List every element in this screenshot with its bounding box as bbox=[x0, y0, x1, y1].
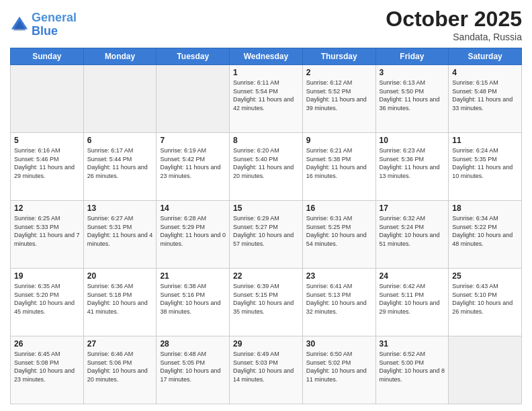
day-number: 11 bbox=[452, 136, 518, 145]
calendar-cell: 19Sunrise: 6:35 AMSunset: 5:20 PMDayligh… bbox=[11, 269, 84, 336]
calendar-week-row: 26Sunrise: 6:45 AMSunset: 5:08 PMDayligh… bbox=[11, 336, 522, 404]
calendar-cell: 1Sunrise: 6:11 AMSunset: 5:54 PMDaylight… bbox=[230, 65, 303, 133]
location-subtitle: Sandata, Russia bbox=[386, 32, 522, 42]
day-number: 4 bbox=[452, 68, 518, 77]
weekday-header-wednesday: Wednesday bbox=[230, 48, 303, 65]
day-number: 24 bbox=[380, 271, 445, 281]
day-number: 15 bbox=[233, 203, 299, 213]
calendar-cell: 7Sunrise: 6:19 AMSunset: 5:42 PMDaylight… bbox=[157, 133, 230, 201]
day-number: 10 bbox=[380, 136, 445, 145]
day-info: Sunrise: 6:16 AMSunset: 5:46 PMDaylight:… bbox=[14, 146, 80, 180]
calendar-cell: 24Sunrise: 6:42 AMSunset: 5:11 PMDayligh… bbox=[375, 269, 449, 336]
day-number: 14 bbox=[160, 203, 226, 213]
day-info: Sunrise: 6:48 AMSunset: 5:05 PMDaylight:… bbox=[160, 350, 226, 383]
day-number: 6 bbox=[87, 136, 153, 145]
day-number: 19 bbox=[14, 271, 80, 281]
day-number: 28 bbox=[160, 339, 226, 349]
day-info: Sunrise: 6:19 AMSunset: 5:42 PMDaylight:… bbox=[160, 146, 226, 180]
day-number: 7 bbox=[160, 136, 226, 145]
day-info: Sunrise: 6:34 AMSunset: 5:22 PMDaylight:… bbox=[452, 214, 518, 248]
title-block: October 2025 Sandata, Russia bbox=[386, 7, 522, 42]
day-number: 12 bbox=[14, 203, 80, 213]
calendar-cell: 25Sunrise: 6:43 AMSunset: 5:10 PMDayligh… bbox=[449, 269, 522, 336]
calendar-cell: 5Sunrise: 6:16 AMSunset: 5:46 PMDaylight… bbox=[11, 133, 84, 201]
weekday-header-tuesday: Tuesday bbox=[157, 48, 230, 65]
page: General Blue October 2025 Sandata, Russi… bbox=[0, 0, 532, 411]
day-info: Sunrise: 6:38 AMSunset: 5:16 PMDaylight:… bbox=[160, 282, 226, 316]
logo-text: General Blue bbox=[32, 11, 77, 38]
day-number: 27 bbox=[87, 339, 153, 349]
calendar-cell: 2Sunrise: 6:12 AMSunset: 5:52 PMDaylight… bbox=[302, 65, 375, 133]
calendar-cell: 16Sunrise: 6:31 AMSunset: 5:25 PMDayligh… bbox=[302, 201, 375, 269]
calendar-cell: 30Sunrise: 6:50 AMSunset: 5:02 PMDayligh… bbox=[302, 336, 375, 404]
calendar-cell: 14Sunrise: 6:28 AMSunset: 5:29 PMDayligh… bbox=[157, 201, 230, 269]
day-info: Sunrise: 6:36 AMSunset: 5:18 PMDaylight:… bbox=[87, 282, 153, 316]
calendar-week-row: 19Sunrise: 6:35 AMSunset: 5:20 PMDayligh… bbox=[11, 269, 522, 336]
logo-icon bbox=[10, 15, 29, 34]
day-info: Sunrise: 6:49 AMSunset: 5:03 PMDaylight:… bbox=[233, 350, 299, 383]
calendar-cell bbox=[157, 65, 230, 133]
calendar-cell: 3Sunrise: 6:13 AMSunset: 5:50 PMDaylight… bbox=[375, 65, 449, 133]
day-number: 13 bbox=[87, 203, 153, 213]
weekday-header-thursday: Thursday bbox=[302, 48, 375, 65]
calendar-week-row: 1Sunrise: 6:11 AMSunset: 5:54 PMDaylight… bbox=[11, 65, 522, 133]
day-info: Sunrise: 6:21 AMSunset: 5:38 PMDaylight:… bbox=[306, 146, 372, 180]
day-info: Sunrise: 6:17 AMSunset: 5:44 PMDaylight:… bbox=[87, 146, 153, 180]
calendar-cell: 28Sunrise: 6:48 AMSunset: 5:05 PMDayligh… bbox=[157, 336, 230, 404]
calendar-table: SundayMondayTuesdayWednesdayThursdayFrid… bbox=[10, 48, 522, 404]
calendar-cell: 31Sunrise: 6:52 AMSunset: 5:00 PMDayligh… bbox=[375, 336, 449, 404]
day-info: Sunrise: 6:35 AMSunset: 5:20 PMDaylight:… bbox=[14, 282, 80, 316]
day-info: Sunrise: 6:46 AMSunset: 5:06 PMDaylight:… bbox=[87, 350, 153, 383]
day-number: 22 bbox=[233, 271, 299, 281]
calendar-cell: 6Sunrise: 6:17 AMSunset: 5:44 PMDaylight… bbox=[83, 133, 157, 201]
day-info: Sunrise: 6:12 AMSunset: 5:52 PMDaylight:… bbox=[306, 79, 372, 112]
day-number: 18 bbox=[452, 203, 518, 213]
day-info: Sunrise: 6:43 AMSunset: 5:10 PMDaylight:… bbox=[452, 282, 518, 316]
day-info: Sunrise: 6:45 AMSunset: 5:08 PMDaylight:… bbox=[14, 350, 80, 383]
day-number: 16 bbox=[306, 203, 372, 213]
day-number: 30 bbox=[306, 339, 372, 349]
day-number: 25 bbox=[452, 271, 518, 281]
day-info: Sunrise: 6:25 AMSunset: 5:33 PMDaylight:… bbox=[14, 214, 80, 248]
day-number: 23 bbox=[306, 271, 372, 281]
calendar-cell: 15Sunrise: 6:29 AMSunset: 5:27 PMDayligh… bbox=[230, 201, 303, 269]
header: General Blue October 2025 Sandata, Russi… bbox=[10, 7, 522, 42]
calendar-cell: 4Sunrise: 6:15 AMSunset: 5:48 PMDaylight… bbox=[449, 65, 522, 133]
logo-general: General bbox=[32, 11, 77, 24]
day-info: Sunrise: 6:31 AMSunset: 5:25 PMDaylight:… bbox=[306, 214, 372, 248]
weekday-header-saturday: Saturday bbox=[449, 48, 522, 65]
logo: General Blue bbox=[10, 11, 77, 38]
calendar-cell: 17Sunrise: 6:32 AMSunset: 5:24 PMDayligh… bbox=[375, 201, 449, 269]
calendar-cell: 13Sunrise: 6:27 AMSunset: 5:31 PMDayligh… bbox=[83, 201, 157, 269]
weekday-header-friday: Friday bbox=[375, 48, 449, 65]
weekday-header-monday: Monday bbox=[83, 48, 157, 65]
day-number: 29 bbox=[233, 339, 299, 349]
day-info: Sunrise: 6:32 AMSunset: 5:24 PMDaylight:… bbox=[380, 214, 445, 248]
day-number: 21 bbox=[160, 271, 226, 281]
day-info: Sunrise: 6:50 AMSunset: 5:02 PMDaylight:… bbox=[306, 350, 372, 383]
day-number: 20 bbox=[87, 271, 153, 281]
calendar-cell: 11Sunrise: 6:24 AMSunset: 5:35 PMDayligh… bbox=[449, 133, 522, 201]
calendar-cell: 22Sunrise: 6:39 AMSunset: 5:15 PMDayligh… bbox=[230, 269, 303, 336]
calendar-cell bbox=[449, 336, 522, 404]
day-info: Sunrise: 6:42 AMSunset: 5:11 PMDaylight:… bbox=[380, 282, 445, 316]
day-number: 8 bbox=[233, 136, 299, 145]
day-info: Sunrise: 6:23 AMSunset: 5:36 PMDaylight:… bbox=[380, 146, 445, 180]
calendar-cell: 10Sunrise: 6:23 AMSunset: 5:36 PMDayligh… bbox=[375, 133, 449, 201]
calendar-week-row: 5Sunrise: 6:16 AMSunset: 5:46 PMDaylight… bbox=[11, 133, 522, 201]
calendar-cell: 18Sunrise: 6:34 AMSunset: 5:22 PMDayligh… bbox=[449, 201, 522, 269]
calendar-cell: 8Sunrise: 6:20 AMSunset: 5:40 PMDaylight… bbox=[230, 133, 303, 201]
calendar-cell: 20Sunrise: 6:36 AMSunset: 5:18 PMDayligh… bbox=[83, 269, 157, 336]
logo-blue: Blue bbox=[32, 24, 58, 38]
day-info: Sunrise: 6:27 AMSunset: 5:31 PMDaylight:… bbox=[87, 214, 153, 248]
day-number: 9 bbox=[306, 136, 372, 145]
day-number: 31 bbox=[380, 339, 445, 349]
day-number: 1 bbox=[233, 68, 299, 77]
calendar-cell: 23Sunrise: 6:41 AMSunset: 5:13 PMDayligh… bbox=[302, 269, 375, 336]
calendar-cell: 27Sunrise: 6:46 AMSunset: 5:06 PMDayligh… bbox=[83, 336, 157, 404]
day-info: Sunrise: 6:29 AMSunset: 5:27 PMDaylight:… bbox=[233, 214, 299, 248]
day-number: 5 bbox=[14, 136, 80, 145]
day-number: 3 bbox=[380, 68, 445, 77]
calendar-cell bbox=[83, 65, 157, 133]
day-info: Sunrise: 6:52 AMSunset: 5:00 PMDaylight:… bbox=[380, 350, 445, 383]
